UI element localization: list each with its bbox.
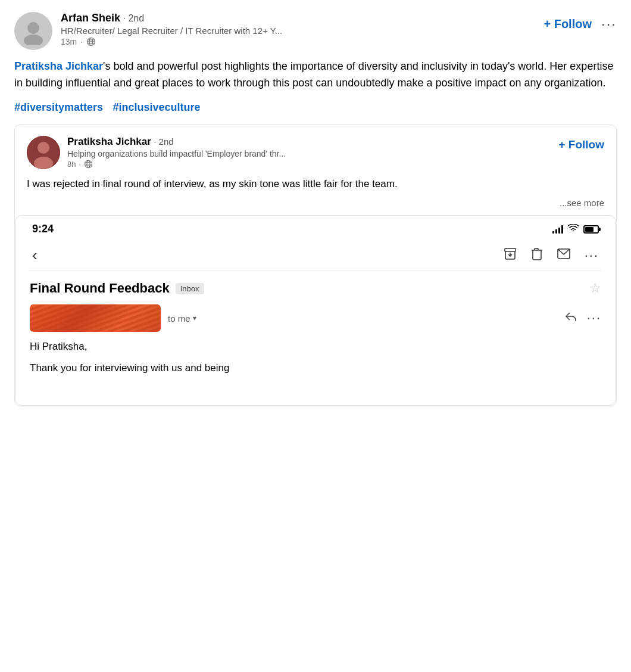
avatar xyxy=(14,12,52,50)
shared-author-title: Helping organizations build impactful 'E… xyxy=(67,149,286,158)
phone-status-bar: 9:24 xyxy=(30,216,601,240)
sender-info: to me ▾ xyxy=(30,304,196,332)
author-name[interactable]: Arfan Sheik xyxy=(61,12,120,24)
shared-post-body: I was rejected in final round of intervi… xyxy=(27,176,604,192)
mention-link[interactable]: Pratiksha Jichkar xyxy=(14,60,103,72)
author-title: HR/Recruiter/ Legal Recruiter / IT Recru… xyxy=(61,26,282,36)
post-header-right: + Follow ··· xyxy=(543,15,617,32)
hashtags: #diversitymatters #inclusiveculture xyxy=(14,101,617,114)
signal-bar-1 xyxy=(552,231,554,234)
see-more-link[interactable]: ...see more xyxy=(27,198,604,208)
shared-post-card: Pratiksha Jichkar · 2nd Helping organiza… xyxy=(14,125,617,406)
signal-bar-2 xyxy=(555,229,557,234)
phone-screenshot: 9:24 xyxy=(15,215,616,406)
archive-icon[interactable] xyxy=(504,247,517,263)
phone-indicators xyxy=(552,224,599,234)
battery-fill xyxy=(585,227,593,232)
svg-rect-15 xyxy=(505,248,516,251)
email-subject-line: Final Round Feedback Inbox ☆ xyxy=(30,281,601,296)
email-body-line: Thank you for interviewing with us and b… xyxy=(30,360,601,376)
post-body-text: 's bold and powerful post highlights the… xyxy=(14,60,613,89)
shared-avatar xyxy=(27,136,60,169)
post-header: Arfan Sheik · 2nd HR/Recruiter/ Legal Re… xyxy=(14,12,617,50)
signal-bar-3 xyxy=(558,228,560,234)
author-name-row: Arfan Sheik · 2nd xyxy=(61,12,282,24)
post-meta: Arfan Sheik · 2nd HR/Recruiter/ Legal Re… xyxy=(61,12,282,46)
email-toolbar-icons: ··· xyxy=(504,247,599,263)
inbox-badge: Inbox xyxy=(176,283,204,294)
reply-icon[interactable] xyxy=(564,312,577,325)
email-greeting: Hi Pratiksha, xyxy=(30,339,601,354)
to-me-label[interactable]: to me ▾ xyxy=(168,313,196,323)
hashtag-1[interactable]: #diversitymatters xyxy=(14,101,103,113)
shared-post-time: 8h · xyxy=(67,160,286,169)
shared-header-left: Pratiksha Jichkar · 2nd Helping organiza… xyxy=(27,136,286,169)
back-button[interactable]: ‹ xyxy=(32,246,38,265)
post-card: Arfan Sheik · 2nd HR/Recruiter/ Legal Re… xyxy=(0,0,631,672)
trash-icon[interactable] xyxy=(531,247,543,263)
signal-bars-icon xyxy=(552,225,563,234)
post-body: Pratiksha Jichkar's bold and powerful po… xyxy=(14,58,617,92)
email-subject-text: Final Round Feedback Inbox xyxy=(30,281,204,296)
sender-avatar-redacted xyxy=(30,304,161,332)
sender-more-button[interactable]: ··· xyxy=(587,310,601,326)
email-sender-row: to me ▾ ··· xyxy=(30,304,601,332)
svg-point-1 xyxy=(24,35,43,45)
shared-author-degree: · 2nd xyxy=(154,136,173,147)
sender-actions: ··· xyxy=(564,310,601,326)
globe-icon xyxy=(86,37,96,46)
email-body: Hi Pratiksha, Thank you for interviewing… xyxy=(30,339,601,391)
email-subject-title: Final Round Feedback xyxy=(30,281,170,296)
email-more-button[interactable]: ··· xyxy=(585,248,599,263)
wifi-icon xyxy=(568,224,579,234)
shared-post-header: Pratiksha Jichkar · 2nd Helping organiza… xyxy=(27,136,604,169)
svg-point-9 xyxy=(34,157,53,169)
star-icon[interactable]: ☆ xyxy=(589,281,601,296)
author-degree: · 2nd xyxy=(123,13,144,23)
post-header-left: Arfan Sheik · 2nd HR/Recruiter/ Legal Re… xyxy=(14,12,282,50)
shared-meta: Pratiksha Jichkar · 2nd Helping organiza… xyxy=(67,136,286,169)
post-time: 13m· xyxy=(61,37,282,46)
svg-point-0 xyxy=(27,22,39,34)
hashtag-2[interactable]: #inclusiveculture xyxy=(113,101,201,113)
shared-author-name-row: Pratiksha Jichkar · 2nd xyxy=(67,136,286,148)
svg-point-8 xyxy=(38,142,49,154)
shared-follow-button[interactable]: + Follow xyxy=(558,138,604,151)
shared-globe-icon xyxy=(84,160,93,169)
mail-icon[interactable] xyxy=(557,248,570,262)
battery-icon xyxy=(583,225,599,234)
email-toolbar: ‹ xyxy=(30,240,601,271)
phone-time: 9:24 xyxy=(32,223,54,235)
more-options-button[interactable]: ··· xyxy=(601,15,617,32)
shared-author-name[interactable]: Pratiksha Jichkar xyxy=(67,136,151,147)
signal-bar-4 xyxy=(561,225,563,234)
follow-button[interactable]: + Follow xyxy=(543,17,592,31)
